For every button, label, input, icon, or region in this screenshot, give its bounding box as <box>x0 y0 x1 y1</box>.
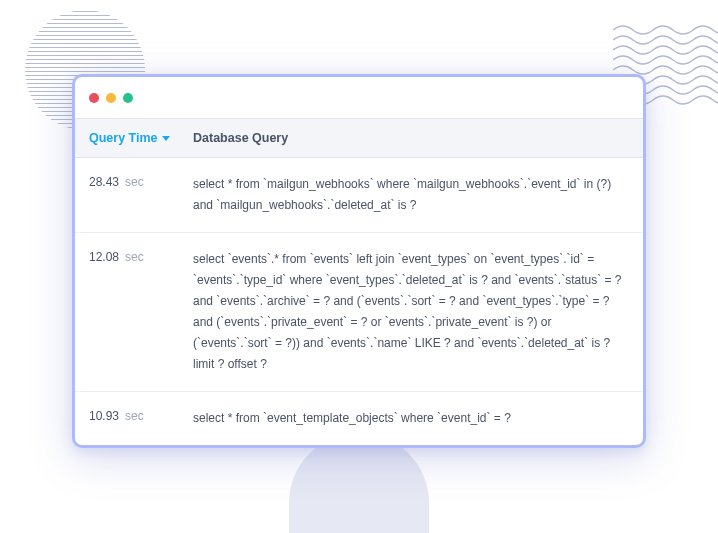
database-query-label: Database Query <box>193 131 288 145</box>
window-title-bar <box>75 77 643 119</box>
table-header-row: Query Time Database Query <box>75 119 643 158</box>
close-icon[interactable] <box>89 93 99 103</box>
sort-descending-icon <box>162 136 170 141</box>
table-row: 12.08sec select `events`.* from `events`… <box>75 233 643 392</box>
minimize-icon[interactable] <box>106 93 116 103</box>
query-text-cell: select * from `event_template_objects` w… <box>193 408 629 429</box>
column-header-database-query[interactable]: Database Query <box>193 131 288 145</box>
query-time-label: Query Time <box>89 131 158 145</box>
query-time-cell: 12.08sec <box>89 249 193 375</box>
query-time-cell: 28.43sec <box>89 174 193 216</box>
table-row: 28.43sec select * from `mailgun_webhooks… <box>75 158 643 233</box>
maximize-icon[interactable] <box>123 93 133 103</box>
table-row: 10.93sec select * from `event_template_o… <box>75 392 643 445</box>
query-time-cell: 10.93sec <box>89 408 193 429</box>
decorative-bottom-circle <box>289 433 429 533</box>
query-text-cell: select `events`.* from `events` left joi… <box>193 249 629 375</box>
query-text-cell: select * from `mailgun_webhooks` where `… <box>193 174 629 216</box>
query-window: Query Time Database Query 28.43sec selec… <box>72 74 646 448</box>
column-header-query-time[interactable]: Query Time <box>89 131 193 145</box>
